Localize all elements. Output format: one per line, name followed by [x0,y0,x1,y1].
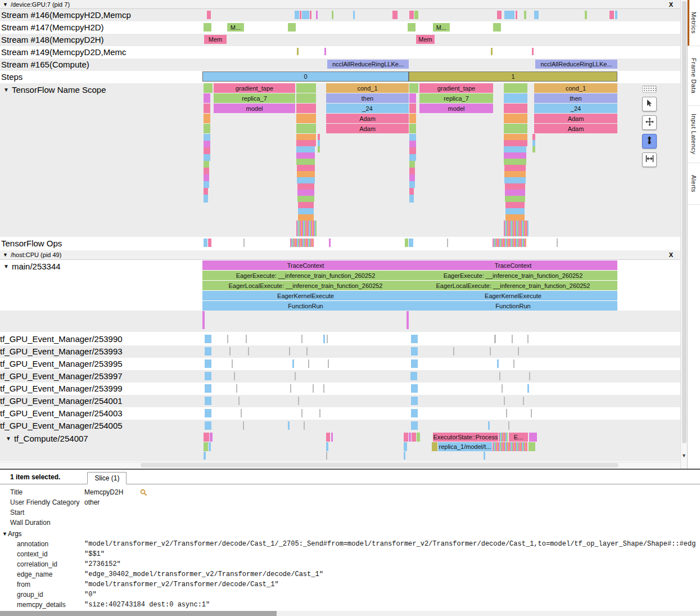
track-label[interactable]: tf_GPU_Event_Manager/253995 [0,359,123,368]
trace-event[interactable] [504,397,505,405]
vertical-scrollbar[interactable]: ▼ [680,0,687,469]
trace-event[interactable] [205,335,211,343]
trace-event[interactable]: FunctionRun [202,301,409,311]
trace-event[interactable]: E... [509,433,528,442]
trace-event[interactable] [229,347,231,356]
trace-event[interactable] [524,11,526,19]
trace-event[interactable]: model [419,104,493,113]
trace-event[interactable] [523,397,524,405]
trace-event[interactable] [204,452,206,460]
trace-event[interactable]: Mem [204,35,227,44]
trace-event[interactable] [296,146,315,152]
trace-event[interactable] [409,174,415,181]
trace-event[interactable] [326,433,330,442]
trace-event[interactable] [323,335,325,343]
trace-event[interactable] [298,214,314,221]
trace-event[interactable] [296,104,316,113]
trace-event[interactable] [296,140,316,146]
track-label[interactable]: TensorFlow Ops [1,239,62,248]
trace-event[interactable] [409,141,416,147]
trace-event[interactable] [615,11,617,19]
trace-event[interactable] [204,195,208,203]
trace-event[interactable] [204,23,211,32]
trace-event[interactable]: ncclAllReduceRingLLKe... [327,60,409,69]
trace-event[interactable] [296,124,316,133]
trace-event[interactable] [289,347,290,356]
trace-event[interactable] [411,409,418,417]
trace-event[interactable] [246,335,247,343]
trace-event[interactable] [409,83,418,93]
trace-event[interactable] [412,433,416,442]
trace-event[interactable] [417,433,420,442]
pan-tool-button[interactable] [642,115,657,130]
trace-event[interactable] [319,409,320,417]
track-label[interactable]: tf_GPU_Event_Manager/253997 [0,371,123,381]
trace-event[interactable] [497,11,502,19]
trace-event[interactable] [557,239,558,247]
trace-event[interactable]: model [214,104,295,113]
trace-event[interactable] [205,397,211,405]
track-label[interactable]: tf_GPU_Event_Manager/253999 [0,384,123,393]
trace-event[interactable] [204,147,210,154]
trace-event[interactable] [504,104,527,113]
trace-event[interactable] [409,134,416,141]
trace-event[interactable] [204,174,209,181]
trace-event[interactable] [504,134,527,140]
trace-event[interactable] [297,196,314,202]
select-tool-button[interactable] [642,97,657,111]
trace-event[interactable] [499,433,508,442]
trace-event[interactable] [505,202,525,208]
trace-event[interactable] [232,359,233,368]
trace-event[interactable]: cond_1 [534,83,617,93]
trace-event[interactable]: replica_1/model/t... [438,442,492,451]
cpu-section-header[interactable]: ▼ /host:CPU (pid 49) X [0,250,680,260]
trace-event[interactable] [508,421,509,430]
scrollbar-thumb[interactable] [682,1,687,443]
trace-event[interactable] [318,134,320,140]
trace-event[interactable] [205,359,211,368]
trace-event[interactable] [504,152,526,159]
trace-event[interactable] [609,11,614,19]
trace-event[interactable] [236,384,237,393]
trace-event[interactable] [518,347,519,356]
trace-event[interactable] [504,83,527,93]
trace-event[interactable] [326,442,328,451]
trace-event[interactable] [204,154,210,161]
zoom-tool-button[interactable] [642,134,657,149]
trace-event[interactable]: EagerKernelExecute [409,291,617,300]
trace-event[interactable] [329,239,331,247]
trace-event[interactable] [332,11,333,19]
trace-event[interactable]: ncclAllReduceRingLLKe... [535,60,617,69]
trace-event[interactable] [504,221,529,236]
trace-event[interactable] [243,421,244,430]
trace-event[interactable] [205,384,211,393]
trace-event[interactable]: _24 [534,104,617,113]
track-label[interactable]: Steps [1,72,22,82]
magnifier-icon[interactable] [140,489,147,496]
trace-event[interactable]: EagerExecute: __inference_train_function… [202,271,409,280]
trace-event[interactable] [204,161,209,168]
trace-event[interactable]: TraceContext [409,260,617,270]
trace-event[interactable]: 0 [202,71,409,82]
trace-event[interactable] [298,208,314,214]
track-label[interactable]: Stream #149(MemcpyD2D,Memc [1,47,127,57]
trace-event[interactable]: ExecutorState::Process [433,433,498,442]
trace-event[interactable]: cond_1 [326,83,409,93]
trace-event[interactable] [300,11,301,19]
trace-event[interactable] [324,48,326,55]
trace-event[interactable] [205,409,211,417]
trace-event[interactable] [297,190,314,196]
trace-event[interactable] [532,146,535,152]
track-label[interactable]: tf_GPU_Event_Manager/254001 [0,396,123,406]
trace-event[interactable] [205,372,211,380]
trace-event[interactable] [209,442,211,451]
trace-event[interactable]: 1 [409,71,617,82]
trace-event[interactable] [204,134,210,141]
trace-event[interactable] [490,347,491,356]
trace-event[interactable] [323,384,324,393]
trace-event[interactable] [532,48,534,55]
trace-event[interactable] [205,421,211,430]
track-label[interactable]: Stream #165(Compute) [1,60,89,69]
trace-event[interactable] [411,421,418,430]
trace-event[interactable] [502,384,503,393]
